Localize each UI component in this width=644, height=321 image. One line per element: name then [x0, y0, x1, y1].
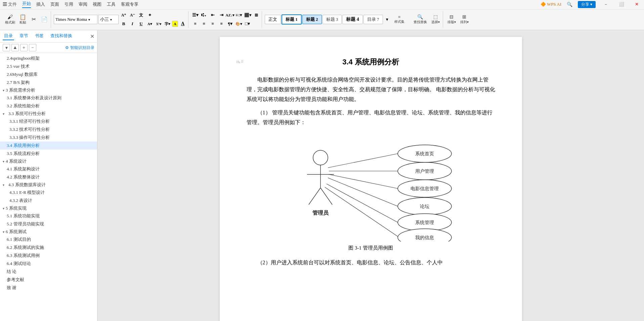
toc-section-6[interactable]: ▾ 6 系统测试 [0, 228, 97, 235]
increase-indent-btn[interactable]: ⇥ [217, 11, 225, 19]
toc-item[interactable]: 3.3.1 经济可行性分析 [0, 117, 97, 125]
sidebar-close-btn[interactable]: ✕ [90, 33, 94, 40]
toc-item[interactable]: 6.4 测试结论 [0, 260, 97, 268]
tab-toc[interactable]: 目录 [3, 32, 14, 40]
arrange-btn[interactable]: ⊞排列▾ [459, 12, 470, 27]
align-right-btn[interactable]: ≡ [209, 20, 217, 28]
ai-toc-btn[interactable]: ⚙ 智能识别目录 [65, 45, 94, 51]
toc-item[interactable]: 6.2 系统测试的实施 [0, 244, 97, 252]
find-replace-btn[interactable]: 🔍查找替换 [412, 12, 429, 27]
style-h4-btn[interactable]: 标题 4 [342, 15, 363, 24]
toc-item[interactable]: 参考文献 [0, 276, 97, 284]
toc-item[interactable]: 4.3.1 E-R 模型设计 [0, 189, 97, 197]
style-more-btn[interactable]: ▾ [384, 12, 390, 27]
toc-section-33[interactable]: ▾ 3.3 系统可行性分析 [0, 110, 97, 117]
increase-font-btn[interactable]: A⁺ [120, 11, 128, 19]
menu-page[interactable]: 页面 [50, 1, 59, 7]
bold-btn[interactable]: B [120, 20, 128, 28]
share-btn[interactable]: 分享 ▾ [578, 1, 596, 8]
toc-add-btn[interactable]: ＋ [20, 44, 28, 51]
document-area[interactable]: H₂ ⠿ 3.4 系统用例分析 电影数据的分析与可视化系统综合网络空间开发设计要… [97, 30, 644, 321]
style-normal-btn[interactable]: 正文 [265, 15, 281, 24]
toc-item[interactable]: 5.2 管理员功能实现 [0, 220, 97, 228]
toc-item[interactable]: 4.1 系统架构设计 [0, 165, 97, 173]
clear-format-btn[interactable]: ✦ [146, 11, 154, 19]
toc-item[interactable]: 2.6Mysql 数据库 [0, 70, 97, 78]
border-btn[interactable]: □▾ [244, 20, 252, 28]
toc-section-43[interactable]: ▾ 4.3 系统数据库设计 [0, 181, 97, 189]
toc-item[interactable]: 结 论 [0, 268, 97, 276]
align-left-btn[interactable]: ≡ [191, 20, 199, 28]
toc-item-active[interactable]: 3.4 系统用例分析 [0, 142, 97, 150]
decrease-indent-btn[interactable]: ⇤ [209, 11, 217, 19]
style-toc-btn[interactable]: 目录 7 [363, 15, 383, 24]
list-unordered-btn[interactable]: ☰▾ [191, 11, 199, 19]
toc-item[interactable]: 6.1 测试目的 [0, 235, 97, 244]
copy-btn[interactable]: 📄 [39, 12, 49, 27]
typeset-btn[interactable]: ⊟排版▾ [446, 12, 458, 27]
menu-start[interactable]: 开始 [22, 1, 31, 8]
search-btn[interactable]: 🔍 [567, 2, 572, 7]
font-style-btn[interactable]: 文 [137, 11, 145, 19]
toc-item[interactable]: 3.3.2 技术可行性分析 [0, 125, 97, 133]
char-space-btn[interactable]: 字▾ [163, 20, 171, 28]
menu-review[interactable]: 审阅 [79, 1, 87, 7]
font-name-select[interactable]: Times New Roma ▾ [54, 15, 97, 24]
para-mark-btn[interactable]: ¶▾ [226, 20, 234, 28]
align-justify-btn[interactable]: ≡ [217, 20, 225, 28]
toc-remove-btn[interactable]: － [29, 44, 36, 51]
toc-item[interactable]: 2.7 B/S 架构 [0, 78, 97, 87]
toc-item[interactable]: 4.3.2 表设计 [0, 197, 97, 205]
align-center-btn[interactable]: ≡ [200, 20, 208, 28]
tab-bookmark[interactable]: 书签 [34, 32, 45, 40]
toc-section-5[interactable]: ▾ 5 系统实现 [0, 205, 97, 212]
toc-item[interactable]: 5.1 系统功能实现 [0, 212, 97, 220]
window-max[interactable]: ⬜ [616, 2, 627, 7]
select-btn[interactable]: ⬚选择▾ [430, 12, 441, 27]
toc-item[interactable]: 3.1 系统整体分析及设计原则 [0, 94, 97, 102]
style-manager-btn[interactable]: ≡样式集 [391, 12, 408, 27]
toc-item[interactable]: 2.5 vue 技术 [0, 62, 97, 70]
toc-item[interactable]: 4.2 系统整体设计 [0, 173, 97, 181]
highlight-btn[interactable]: A [172, 21, 178, 27]
style-h3-btn[interactable]: 标题 3 [323, 15, 342, 24]
toc-section-3[interactable]: ▾ 3 系统需求分析 [0, 87, 97, 94]
list-ordered-btn[interactable]: ⑆▾ [200, 11, 208, 19]
style-h1-btn[interactable]: 标题 1 [282, 14, 302, 24]
paste-btn[interactable]: 📋粘贴 [18, 12, 28, 27]
para-spacing-btn[interactable]: ⬛▾ [244, 11, 252, 19]
toc-item[interactable]: 3.3.3 操作可行性分析 [0, 133, 97, 142]
font-color-btn[interactable]: A▾ [146, 20, 154, 28]
format-painter-btn[interactable]: 🖌格式刷 [3, 12, 17, 27]
underline-btn[interactable]: U [137, 20, 145, 28]
cut-btn[interactable]: ✂ [29, 12, 38, 27]
toc-collapse-btn[interactable]: ▾ [3, 44, 10, 51]
underline-style-btn[interactable]: A [179, 20, 187, 28]
menu-insert[interactable]: 插入 [36, 1, 45, 7]
wps-ai-btn[interactable]: 🔶 WPS AI [541, 2, 561, 7]
toc-item[interactable]: 3.2 系统性能分析 [0, 102, 97, 110]
more-para-btn[interactable]: ⊞ [252, 11, 260, 19]
style-h2-btn[interactable]: 标题 2 [302, 15, 322, 24]
menu-file[interactable]: ☰ 文件 [3, 1, 17, 7]
toc-item[interactable]: 6.3 系统测试用例 [0, 252, 97, 260]
shading-btn[interactable]: 🎨▾ [235, 20, 243, 28]
italic-btn[interactable]: I [128, 20, 136, 28]
linespace-btn[interactable]: ≡↕▾ [235, 11, 243, 19]
superscript-btn[interactable]: X²▾ [155, 20, 163, 28]
toc-section-4[interactable]: ▾ 4 系统设计 [0, 158, 97, 165]
font-size-select[interactable]: 小三 ▾ [98, 15, 119, 24]
sort-btn[interactable]: AZ↓▾ [226, 11, 234, 19]
tab-findreplace[interactable]: 查找和替换 [49, 32, 74, 40]
menu-tools[interactable]: 工具 [107, 1, 116, 7]
menu-ref[interactable]: 引用 [65, 1, 73, 7]
toc-up-btn[interactable]: ▲ [11, 44, 19, 51]
tab-chapter[interactable]: 章节 [18, 32, 30, 40]
toc-item[interactable]: 致 谢 [0, 284, 97, 292]
window-min[interactable]: － [601, 1, 611, 7]
menu-special[interactable]: 客观专享 [121, 1, 138, 7]
toc-item[interactable]: 2.4springboot框架 [0, 54, 97, 62]
menu-view[interactable]: 视图 [93, 1, 101, 7]
toc-item[interactable]: 3.5 系统流程分析 [0, 150, 97, 158]
decrease-font-btn[interactable]: A⁻ [128, 11, 136, 19]
